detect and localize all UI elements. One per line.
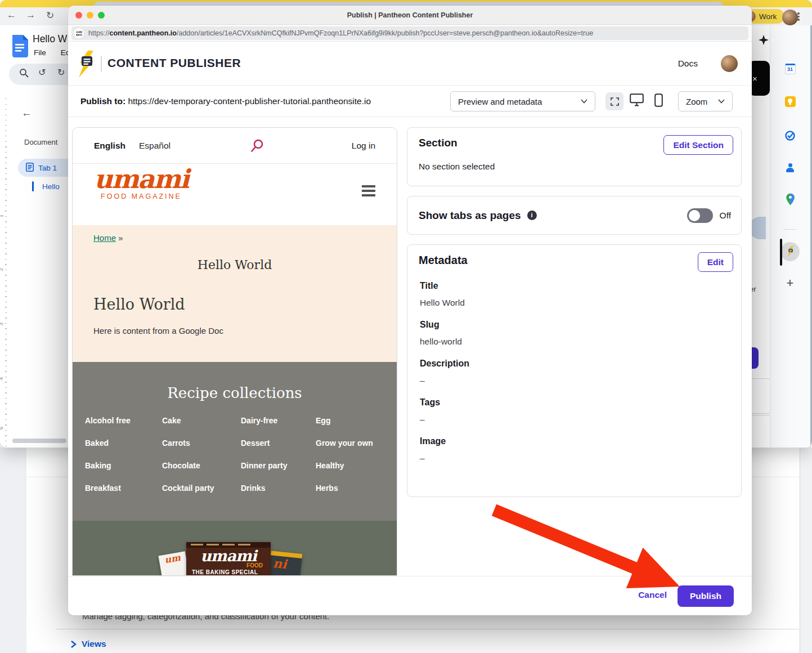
undo-icon[interactable]: ↺ [38, 67, 46, 78]
metadata-card-title: Metadata [419, 254, 468, 267]
ruler-number: 4 [0, 377, 4, 380]
window-titlebar: Publish | Pantheon Content Publisher [68, 6, 752, 25]
collection-link[interactable]: Dinner party [241, 461, 316, 470]
contacts-icon[interactable] [770, 163, 810, 173]
cancel-button[interactable]: Cancel [638, 590, 667, 600]
fullscreen-button[interactable] [605, 92, 623, 110]
preview-masthead: umami FOOD MAGAZINE [73, 164, 397, 225]
tasks-icon[interactable] [770, 130, 810, 141]
active-addon-indicator [780, 239, 782, 266]
redo-icon[interactable]: ↻ [57, 67, 65, 78]
edit-metadata-button[interactable]: Edit [698, 252, 733, 272]
outline-tab-1[interactable]: Tab 1 [18, 159, 71, 177]
mobile-preview-icon[interactable] [654, 93, 663, 109]
chevron-right-icon [70, 641, 77, 648]
add-panel-icon[interactable]: + [770, 276, 810, 290]
login-link[interactable]: Log in [352, 141, 375, 151]
user-avatar[interactable] [721, 55, 738, 72]
url-text: https://content.pantheon.io/addon/articl… [88, 26, 744, 40]
outline-back-icon[interactable]: ← [21, 107, 32, 119]
collection-link[interactable]: Breakfast [85, 484, 162, 493]
publish-to: Publish to: https://dev-temporary-conten… [80, 86, 371, 117]
umami-logo[interactable]: umami FOOD MAGAZINE [94, 165, 189, 200]
edit-section-button[interactable]: Edit Section [663, 135, 733, 155]
field-value: – [420, 414, 730, 424]
collection-link[interactable]: Egg [316, 416, 397, 425]
collection-link[interactable]: Cocktail party [162, 484, 241, 493]
browser-back-button[interactable]: ← [7, 10, 16, 21]
vertical-ruler [5, 99, 7, 446]
recipe-collections-region: Recipe collections Alcohol free Cake Dai… [73, 362, 397, 521]
toggle-state-label: Off [720, 211, 731, 221]
zoom-select[interactable]: Zoom [678, 91, 733, 111]
search-icon[interactable] [19, 68, 29, 80]
preview-article-region: Home » Hello World Hello World Here is c… [73, 225, 397, 362]
field-value: – [420, 375, 730, 386]
show-tabs-toggle[interactable] [687, 208, 713, 223]
hamburger-menu-icon[interactable] [362, 185, 375, 199]
content-publisher-logo [76, 51, 96, 80]
view-mode-select[interactable]: Preview and metadata [450, 91, 595, 111]
views-collapsible[interactable]: Views [70, 639, 106, 649]
field-value: hello-world [420, 337, 730, 347]
magazine-cover-word: ni [269, 555, 302, 573]
recipe-collections-title: Recipe collections [73, 362, 397, 401]
publish-to-label: Publish to: [80, 96, 125, 106]
collection-link[interactable]: Carrots [162, 439, 241, 448]
magazine-cover-word: um [164, 552, 181, 566]
breadcrumb-home-link[interactable]: Home [93, 233, 116, 243]
collection-link[interactable]: Baking [85, 461, 162, 470]
content-publisher-addon-icon[interactable] [770, 242, 810, 261]
collection-link[interactable]: Alcohol free [85, 416, 162, 425]
language-espanol[interactable]: Español [139, 141, 171, 151]
outline-tab-label: Tab 1 [38, 164, 57, 172]
magazine-tagline: THE BAKING SPECIAL [186, 569, 271, 575]
info-icon[interactable]: i [527, 211, 537, 220]
outline-item-hello[interactable]: Hello [32, 181, 60, 191]
collection-link[interactable]: Healthy [316, 461, 397, 470]
collection-link[interactable]: Chocolate [162, 461, 241, 470]
metadata-fields: Title Hello World Slug hello-world Descr… [420, 281, 730, 475]
gemini-sparkle-icon[interactable] [759, 35, 769, 47]
calendar-icon[interactable]: 31 [770, 64, 810, 74]
collection-link[interactable]: Baked [85, 439, 162, 448]
keep-icon[interactable] [770, 96, 810, 107]
browser-forward-button[interactable]: → [26, 10, 35, 21]
language-english[interactable]: English [94, 141, 125, 151]
collection-link[interactable]: Herbs [316, 484, 397, 493]
account-avatar[interactable] [770, 10, 810, 25]
ruler-number: 1 [0, 214, 4, 217]
field-value: – [420, 453, 730, 463]
field-label: Image [420, 436, 730, 446]
docs-link[interactable]: Docs [678, 59, 698, 69]
doc-title[interactable]: Hello W [33, 33, 67, 45]
show-tabs-card: Show tabs as pages i Off [407, 196, 742, 235]
browser-reload-button[interactable]: ↻ [46, 10, 54, 21]
magazine-banner-region: um umami FOOD THE BAKING SPECIAL ni [73, 521, 397, 576]
docs-menubar: File Ec [34, 48, 70, 57]
site-preview-frame: English Español Log in umami FOOD MAGAZI… [72, 127, 397, 576]
menu-file[interactable]: File [34, 48, 46, 57]
url-field[interactable]: https://content.pantheon.io/addon/articl… [71, 26, 748, 40]
close-icon[interactable]: × [752, 74, 757, 83]
ruler-number: 5 [0, 427, 4, 430]
url-bar: https://content.pantheon.io/addon/articl… [68, 25, 752, 42]
horizontal-scrollbar[interactable] [12, 439, 66, 443]
outline-heading: Document [24, 138, 57, 146]
maps-icon[interactable] [770, 193, 810, 205]
preview-search-icon[interactable] [250, 139, 264, 156]
collection-link[interactable]: Grow your own [316, 439, 397, 448]
collection-link[interactable]: Dessert [241, 439, 316, 448]
google-side-panel [770, 25, 810, 448]
preview-utility-nav: English Español Log in [73, 128, 397, 164]
site-settings-icon[interactable] [74, 28, 84, 38]
doc-tab-icon [26, 163, 34, 173]
field-label: Title [420, 281, 730, 291]
views-link-label: Views [82, 639, 106, 649]
publish-button[interactable]: Publish [678, 585, 734, 607]
desktop-preview-icon[interactable] [630, 93, 644, 109]
collection-link[interactable]: Cake [162, 416, 241, 425]
article-page-title: Hello World [93, 258, 376, 272]
collection-link[interactable]: Drinks [241, 484, 316, 493]
collection-link[interactable]: Dairy-free [241, 416, 316, 425]
